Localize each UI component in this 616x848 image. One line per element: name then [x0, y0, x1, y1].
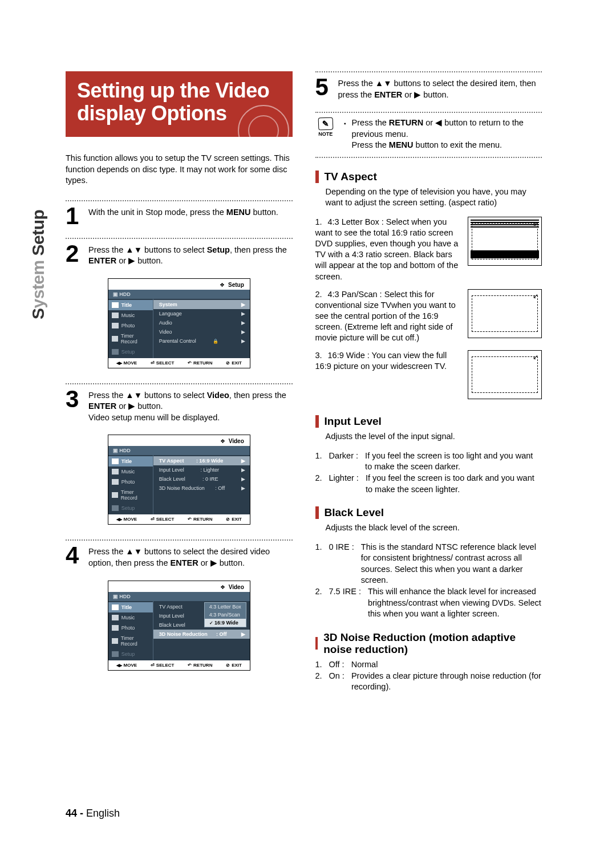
right-column: 5 Press the ▲▼ buttons to select the des… — [315, 71, 542, 704]
step-3: 3 Press the ▲▼ buttons to select Video, … — [66, 389, 293, 424]
black-level-desc: Adjusts the black level of the screen. — [326, 522, 542, 534]
heading-tv-aspect: TV Aspect — [315, 171, 542, 183]
noise-list: 1.Off : Normal 2.On : Provides a clear p… — [315, 659, 542, 693]
black-level-list: 1.0 IRE : This is the standard NTSC refe… — [315, 542, 542, 620]
input-level-desc: Adjusts the level of the input signal. — [326, 431, 542, 443]
tv-aspect-opt-3: 3.16:9 Wide : You can view the full 16:9… — [315, 350, 542, 399]
step-2: 2 Press the ▲▼ buttons to select Setup, … — [66, 244, 293, 267]
aspect-thumb-letterbox: ↙ — [468, 217, 542, 266]
heading-input-level: Input Level — [315, 415, 542, 428]
page-number: 44 - English — [66, 808, 120, 819]
aspect-thumb-panscan: ↙ — [468, 289, 542, 338]
aspect-thumb-wide: ↙ — [468, 350, 542, 399]
section-label: System Setup — [29, 210, 48, 319]
left-column: Setting up the Video display Options Thi… — [66, 71, 293, 704]
heading-black-level: Black Level — [315, 506, 542, 519]
note-block: NOTE Press the RETURN or ◀ button to ret… — [315, 112, 542, 158]
step-4: 4 Press the ▲▼ buttons to select the des… — [66, 545, 293, 569]
tv-aspect-opt-1: 1.4:3 Letter Box : Select when you want … — [315, 217, 542, 282]
divider — [66, 539, 293, 541]
divider — [66, 200, 293, 201]
note-icon: NOTE — [315, 117, 337, 151]
intro-text: This function allows you to setup the TV… — [66, 153, 293, 186]
tv-aspect-desc: Depending on the type of television you … — [326, 186, 542, 209]
input-level-list: 1.Darker : If you feel the screen is too… — [315, 451, 542, 495]
divider — [66, 383, 293, 384]
heading-3d-nr: 3D Noise Reduction (motion adaptive nois… — [315, 631, 542, 656]
divider — [66, 238, 293, 239]
osd-setup-menu: ❖Setup ▣ HDD Title Music Photo Timer Rec… — [108, 278, 250, 368]
step-1: 1 With the unit in Stop mode, press the … — [66, 206, 293, 226]
osd-aspect-submenu: ❖Video ▣ HDD Title Music Photo Timer Rec… — [108, 581, 250, 671]
divider — [315, 71, 542, 72]
page-title: Setting up the Video display Options — [66, 71, 293, 137]
disc-graphic-icon — [238, 105, 289, 137]
osd-video-menu: ❖Video ▣ HDD Title Music Photo Timer Rec… — [108, 435, 250, 525]
tv-aspect-opt-2: 2.4:3 Pan/Scan : Select this for convent… — [315, 289, 542, 344]
step-5: 5 Press the ▲▼ buttons to select the des… — [315, 77, 542, 100]
